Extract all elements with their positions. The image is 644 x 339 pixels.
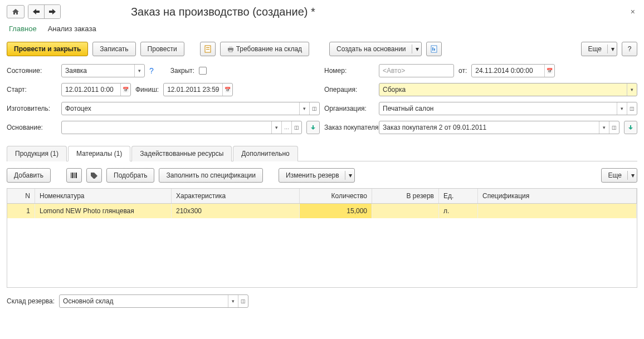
operation-field[interactable]: Сборка ▾ [379, 83, 637, 96]
calendar-icon[interactable]: 📅 [544, 65, 554, 77]
table-row[interactable]: 1 Lomond NEW Photo глянцевая 210x300 15,… [7, 204, 637, 218]
number-field[interactable]: <Авто> [379, 64, 454, 77]
fill-spec-button[interactable]: Заполнить по спецификации [159, 168, 263, 183]
label-from: от: [458, 67, 467, 75]
col-n[interactable]: N [7, 189, 35, 203]
ellipsis-icon[interactable]: … [281, 121, 291, 134]
organization-field[interactable]: Печатный салон ▾ ◫ [379, 102, 637, 115]
back-button[interactable] [28, 5, 45, 18]
chevron-down-icon[interactable]: ▾ [627, 83, 637, 96]
report-icon [430, 45, 438, 53]
grid-more-label: Еще [608, 171, 622, 179]
state-field[interactable]: Заявка ▾ [61, 64, 145, 77]
grid-body[interactable]: 1 Lomond NEW Photo глянцевая 210x300 15,… [7, 204, 637, 287]
fill-order-button[interactable] [624, 121, 637, 134]
calendar-icon[interactable]: 📅 [222, 83, 232, 96]
chevron-down-icon[interactable]: ▾ [271, 121, 281, 134]
report-button[interactable] [426, 42, 442, 56]
cell-nomenclature: Lomond NEW Photo глянцевая [35, 204, 172, 218]
help-button[interactable]: ? [622, 42, 637, 56]
command-bar: Провести и закрыть Записать Провести Тре… [7, 42, 637, 56]
chevron-down-icon[interactable]: ▾ [599, 121, 609, 134]
post-button[interactable]: Провести [140, 42, 184, 56]
chevron-down-icon: ▾ [345, 171, 352, 180]
home-button[interactable] [7, 5, 25, 18]
grid-header: N Номенклатура Характеристика Количество… [7, 189, 637, 204]
open-icon[interactable]: ◫ [309, 102, 319, 115]
col-characteristic[interactable]: Характеристика [172, 189, 300, 203]
tag-icon [90, 172, 98, 179]
save-button[interactable]: Записать [92, 42, 135, 56]
tab-materials[interactable]: Материалы (1) [68, 146, 130, 161]
svg-rect-9 [71, 173, 71, 178]
col-nomenclature[interactable]: Номенклатура [35, 189, 172, 203]
date-value: 24.11.2014 0:00:00 [475, 67, 544, 75]
closed-checkbox[interactable] [199, 67, 207, 75]
chevron-down-icon: ▾ [627, 171, 635, 180]
cell-spec [478, 204, 637, 218]
calendar-icon[interactable]: 📅 [120, 83, 130, 96]
date-field[interactable]: 24.11.2014 0:00:00 📅 [471, 64, 555, 77]
demand-label: Требование на склад [236, 45, 302, 53]
chevron-down-icon[interactable]: ▾ [228, 295, 238, 307]
grid-toolbar: Добавить Подобрать Заполнить по специфик… [7, 168, 637, 183]
customer-order-field[interactable]: Заказ покупателя 2 от 09.01.2011 ▾ ◫ [379, 121, 619, 134]
barcode-button[interactable] [66, 168, 82, 183]
bottom-row: Склад резерва: Основной склад ▾ ◫ [7, 294, 637, 308]
label-basis: Основание: [7, 124, 57, 131]
start-field[interactable]: 12.01.2011 0:00 📅 [61, 83, 131, 96]
pick-button[interactable]: Подобрать [106, 168, 154, 183]
create-based-button[interactable]: Создать на основании ▾ [329, 42, 422, 56]
finish-field[interactable]: 12.01.2011 23:59 📅 [163, 83, 233, 96]
open-icon[interactable]: ◫ [627, 102, 637, 115]
arrow-left-icon [33, 9, 40, 14]
state-help-link[interactable]: ? [149, 66, 154, 75]
change-reserve-label: Изменить резерв [286, 171, 339, 179]
col-reserve[interactable]: В резерв [372, 189, 439, 203]
col-quantity[interactable]: Количество [300, 189, 372, 203]
close-button[interactable]: × [628, 5, 637, 18]
start-value: 12.01.2011 0:00 [65, 86, 120, 94]
more-button[interactable]: Еще ▾ [581, 42, 617, 56]
basis-field[interactable]: ▾ … ◫ [61, 121, 302, 134]
svg-rect-2 [206, 49, 209, 50]
manufacturer-value: Фотоцех [65, 105, 299, 112]
grid-more-button[interactable]: Еще ▾ [601, 168, 637, 183]
chevron-down-icon[interactable]: ▾ [617, 102, 627, 115]
add-button[interactable]: Добавить [7, 168, 51, 183]
chevron-down-icon: ▾ [412, 45, 419, 53]
post-close-button[interactable]: Провести и закрыть [7, 42, 88, 56]
label-organization: Организация: [324, 105, 374, 112]
manufacturer-field[interactable]: Фотоцех ▾ ◫ [61, 102, 320, 115]
open-icon[interactable]: ◫ [238, 295, 248, 307]
fill-icon [310, 124, 316, 131]
tab-analysis[interactable]: Анализ заказа [48, 24, 96, 33]
label-number: Номер: [324, 67, 374, 75]
chevron-down-icon[interactable]: ▾ [299, 102, 309, 115]
col-unit[interactable]: Ед. [439, 189, 478, 203]
fill-basis-button[interactable] [306, 121, 320, 134]
materials-grid: N Номенклатура Характеристика Количество… [7, 188, 637, 288]
tab-products[interactable]: Продукция (1) [7, 146, 67, 161]
change-reserve-button[interactable]: Изменить резерв ▾ [279, 168, 355, 183]
print-icon [227, 46, 234, 52]
open-icon[interactable]: ◫ [609, 121, 619, 134]
demand-button[interactable]: Требование на склад [220, 42, 309, 56]
structure-button[interactable] [200, 42, 216, 56]
open-icon[interactable]: ◫ [291, 121, 301, 134]
cell-quantity: 15,000 [300, 204, 372, 218]
reserve-warehouse-field[interactable]: Основной склад ▾ ◫ [59, 294, 248, 308]
label-manufacturer: Изготовитель: [7, 105, 57, 112]
tab-additional[interactable]: Дополнительно [233, 146, 297, 161]
tab-main[interactable]: Главное [9, 24, 37, 33]
cell-n: 1 [7, 204, 35, 218]
col-spec[interactable]: Спецификация [478, 189, 637, 203]
tab-resources[interactable]: Задействованные ресурсы [131, 146, 232, 161]
sub-tabs: Продукция (1) Материалы (1) Задействован… [7, 145, 637, 161]
forward-button[interactable] [45, 5, 60, 18]
tag-button[interactable] [86, 168, 102, 183]
chevron-down-icon[interactable]: ▾ [134, 65, 144, 77]
fill-icon [627, 124, 634, 131]
finish-value: 12.01.2011 23:59 [167, 86, 222, 94]
operation-value: Сборка [383, 86, 627, 94]
